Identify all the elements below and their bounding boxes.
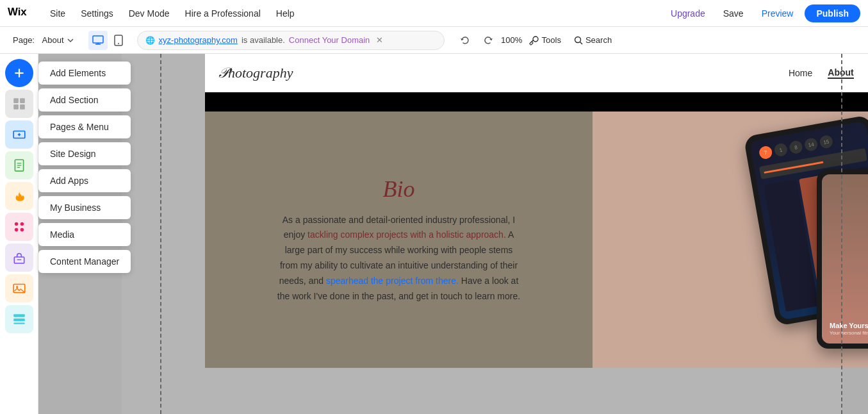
phone-small-content: Make Yourself Better Your personal fitne…: [822, 174, 868, 344]
phone-make-better-text: Make Yourself Better: [830, 321, 868, 330]
design-icon: [12, 189, 26, 203]
business-icon: [12, 251, 26, 265]
add-elements-flyout[interactable]: Add Elements: [38, 62, 131, 85]
tools-label: Tools: [542, 35, 561, 45]
page-selector[interactable]: Page: About: [8, 33, 79, 47]
left-sidebar: [0, 54, 38, 414]
mobile-device-btn[interactable]: [109, 31, 128, 50]
svg-rect-33: [13, 314, 25, 317]
sidebar-site-design[interactable]: [5, 182, 33, 210]
desktop-icon: [92, 35, 104, 46]
wix-logo: Wix: [8, 6, 31, 21]
desktop-device-btn[interactable]: [88, 31, 108, 50]
svg-rect-9: [529, 41, 533, 45]
search-label: Search: [585, 35, 612, 45]
svg-point-10: [575, 37, 580, 42]
svg-point-25: [14, 222, 18, 226]
svg-point-32: [16, 286, 18, 288]
upgrade-button[interactable]: Upgrade: [664, 8, 712, 19]
content-manager-flyout[interactable]: Content Manager: [38, 250, 131, 273]
sidebar-pages[interactable]: [5, 151, 33, 179]
svg-point-5: [118, 43, 119, 44]
sidebar-add-apps[interactable]: [5, 213, 33, 241]
bio-title: Bio: [383, 176, 415, 203]
site-title: 𝒫hotography: [218, 65, 293, 81]
site-design-flyout[interactable]: Site Design: [38, 142, 131, 165]
flyout-menu: Add Elements Add Section Pages & Menu Si…: [38, 54, 131, 285]
redo-icon: [483, 35, 493, 46]
nav-settings[interactable]: Settings: [73, 0, 121, 27]
site-content: 𝒫hotography Home About Contact Bio As a …: [205, 54, 868, 414]
search-button[interactable]: Search: [569, 33, 617, 47]
my-business-flyout[interactable]: My Business: [38, 196, 131, 219]
bio-section: Bio As a passionate and detail-oriented …: [205, 112, 868, 368]
svg-rect-1: [93, 36, 103, 43]
url-bar: 🌐 xyz-photography.com is available. Conn…: [137, 31, 445, 50]
bar-actions: 100% Tools Search: [455, 30, 618, 51]
page-name: About: [42, 35, 64, 45]
sidebar-media[interactable]: [5, 274, 33, 302]
url-close-icon[interactable]: ✕: [376, 35, 383, 45]
nav-home[interactable]: Home: [789, 68, 812, 78]
phone-sub-text: Your personal fitness trainer: [830, 330, 868, 336]
content-manager-icon: [12, 312, 26, 326]
nav-help[interactable]: Help: [268, 0, 302, 27]
svg-rect-15: [20, 98, 25, 103]
zoom-control[interactable]: 100%: [501, 30, 521, 51]
svg-rect-16: [13, 104, 19, 110]
svg-point-26: [20, 222, 24, 226]
tools-button[interactable]: Tools: [524, 33, 566, 48]
save-button[interactable]: Save: [717, 8, 750, 19]
undo-button[interactable]: [455, 30, 475, 51]
phone-small: Make Yourself Better Your personal fitne…: [817, 169, 868, 349]
svg-rect-14: [13, 98, 19, 103]
section-icon: [12, 128, 26, 142]
nav-devmode[interactable]: Dev Mode: [121, 0, 177, 27]
chevron-down-icon: [67, 37, 74, 44]
nav-site[interactable]: Site: [42, 0, 73, 27]
sidebar-add-elements[interactable]: [5, 90, 33, 118]
bio-text: As a passionate and detail-oriented indu…: [277, 213, 521, 304]
add-section-flyout[interactable]: Add Section: [38, 88, 131, 112]
svg-point-27: [14, 228, 18, 232]
elements-icon: [12, 97, 26, 111]
device-buttons: [88, 31, 128, 50]
top-nav: Wix Site Settings Dev Mode Hire a Profes…: [0, 0, 868, 27]
media-flyout[interactable]: Media: [38, 223, 131, 246]
mobile-icon: [114, 35, 123, 46]
svg-rect-34: [13, 319, 25, 321]
undo-icon: [460, 35, 470, 46]
top-nav-right: Upgrade Save Preview Publish: [664, 4, 860, 22]
search-icon: [574, 36, 583, 45]
pages-icon: [12, 158, 26, 172]
zoom-value: 100%: [501, 35, 522, 45]
sidebar-add-btn[interactable]: [5, 59, 33, 87]
canvas-area: 𝒫hotography Home About Contact Bio As a …: [38, 54, 868, 414]
sidebar-content-manager[interactable]: [5, 305, 33, 333]
sidebar-add-section[interactable]: [5, 120, 33, 149]
plus-icon: [12, 66, 26, 80]
main-area: Add Elements Add Section Pages & Menu Si…: [0, 54, 868, 414]
preview-button[interactable]: Preview: [755, 8, 800, 19]
nav-hire[interactable]: Hire a Professional: [177, 0, 268, 27]
bio-right: 7 1 8 14 15: [593, 112, 868, 368]
redo-button[interactable]: [478, 30, 498, 51]
pages-menu-flyout[interactable]: Pages & Menu: [38, 115, 131, 138]
svg-point-28: [20, 228, 24, 232]
page-label: Page:: [13, 35, 35, 45]
phone-small-screen: Make Yourself Better Your personal fitne…: [822, 174, 868, 344]
svg-line-11: [580, 42, 582, 44]
add-apps-flyout[interactable]: Add Apps: [38, 169, 131, 192]
tools-icon: [529, 35, 539, 46]
svg-text:Wix: Wix: [8, 6, 27, 18]
publish-button[interactable]: Publish: [805, 4, 860, 22]
svg-rect-35: [13, 323, 25, 324]
domain-text[interactable]: xyz-photography.com: [159, 35, 238, 45]
media-icon: [12, 281, 26, 295]
globe-icon: 🌐: [145, 36, 155, 45]
black-band: [205, 92, 868, 112]
nav-about[interactable]: About: [828, 67, 853, 79]
connect-domain-link[interactable]: Connect Your Domain: [289, 35, 370, 45]
apps-icon: [12, 220, 26, 234]
sidebar-my-business[interactable]: [5, 244, 33, 272]
